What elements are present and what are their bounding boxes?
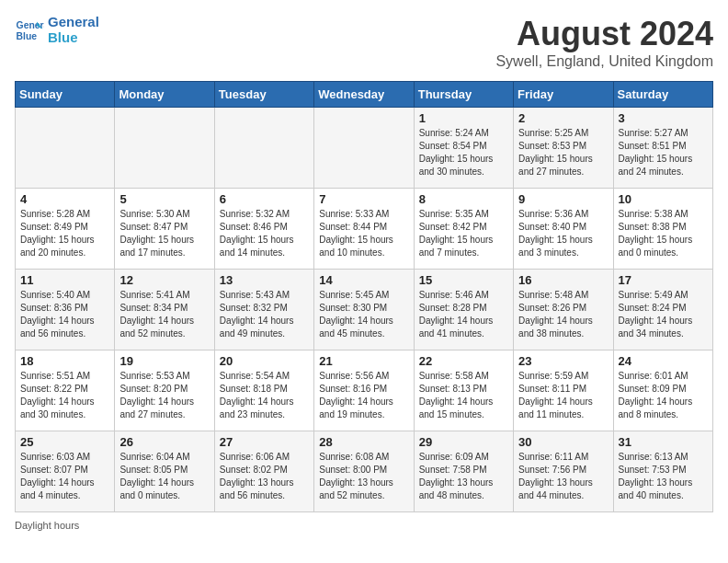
cell-content: Sunrise: 5:43 AM Sunset: 8:32 PM Dayligh… xyxy=(220,289,309,340)
week-row-2: 4Sunrise: 5:28 AM Sunset: 8:49 PM Daylig… xyxy=(16,189,713,270)
day-number: 1 xyxy=(419,111,508,125)
cell-content: Sunrise: 5:54 AM Sunset: 8:18 PM Dayligh… xyxy=(220,370,309,421)
day-number: 27 xyxy=(220,435,309,449)
calendar-cell: 16Sunrise: 5:48 AM Sunset: 8:26 PM Dayli… xyxy=(514,270,613,350)
day-number: 19 xyxy=(119,354,209,368)
cell-content: Sunrise: 6:13 AM Sunset: 7:53 PM Dayligh… xyxy=(619,451,708,502)
day-header-sunday: Sunday xyxy=(16,82,115,108)
day-number: 31 xyxy=(619,435,708,449)
calendar-cell xyxy=(214,108,313,189)
cell-content: Sunrise: 5:56 AM Sunset: 8:16 PM Dayligh… xyxy=(319,370,408,421)
cell-content: Sunrise: 6:08 AM Sunset: 8:00 PM Dayligh… xyxy=(319,451,408,502)
day-header-friday: Friday xyxy=(514,82,613,108)
week-row-4: 18Sunrise: 5:51 AM Sunset: 8:22 PM Dayli… xyxy=(16,350,713,431)
day-header-tuesday: Tuesday xyxy=(214,82,313,108)
calendar-cell: 14Sunrise: 5:45 AM Sunset: 8:30 PM Dayli… xyxy=(314,270,414,350)
calendar-cell xyxy=(16,108,115,189)
calendar-cell: 5Sunrise: 5:30 AM Sunset: 8:47 PM Daylig… xyxy=(115,189,214,270)
day-number: 5 xyxy=(119,192,209,206)
month-title: August 2024 xyxy=(495,15,713,53)
calendar-cell: 22Sunrise: 5:58 AM Sunset: 8:13 PM Dayli… xyxy=(414,350,513,431)
cell-content: Sunrise: 5:40 AM Sunset: 8:36 PM Dayligh… xyxy=(20,289,109,340)
day-number: 2 xyxy=(518,111,608,125)
calendar-cell xyxy=(115,108,214,189)
calendar-cell: 23Sunrise: 5:59 AM Sunset: 8:11 PM Dayli… xyxy=(514,350,613,431)
calendar-cell: 26Sunrise: 6:04 AM Sunset: 8:05 PM Dayli… xyxy=(115,431,214,512)
calendar-cell: 25Sunrise: 6:03 AM Sunset: 8:07 PM Dayli… xyxy=(16,431,115,512)
day-header-thursday: Thursday xyxy=(414,82,513,108)
day-number: 26 xyxy=(119,435,209,449)
cell-content: Sunrise: 5:38 AM Sunset: 8:38 PM Dayligh… xyxy=(619,208,708,259)
week-row-5: 25Sunrise: 6:03 AM Sunset: 8:07 PM Dayli… xyxy=(16,431,713,512)
day-number: 29 xyxy=(419,435,508,449)
day-number: 11 xyxy=(20,273,109,287)
calendar-cell: 7Sunrise: 5:33 AM Sunset: 8:44 PM Daylig… xyxy=(314,189,414,270)
day-number: 28 xyxy=(319,435,408,449)
day-number: 13 xyxy=(220,273,309,287)
cell-content: Sunrise: 5:53 AM Sunset: 8:20 PM Dayligh… xyxy=(119,370,209,421)
day-number: 12 xyxy=(119,273,209,287)
day-number: 20 xyxy=(220,354,309,368)
calendar-cell xyxy=(314,108,414,189)
calendar-cell: 6Sunrise: 5:32 AM Sunset: 8:46 PM Daylig… xyxy=(214,189,313,270)
cell-content: Sunrise: 5:58 AM Sunset: 8:13 PM Dayligh… xyxy=(419,370,508,421)
cell-content: Sunrise: 5:32 AM Sunset: 8:46 PM Dayligh… xyxy=(220,208,309,259)
day-number: 4 xyxy=(20,192,109,206)
day-number: 18 xyxy=(20,354,109,368)
day-number: 8 xyxy=(419,192,508,206)
cell-content: Sunrise: 5:28 AM Sunset: 8:49 PM Dayligh… xyxy=(20,208,109,259)
cell-content: Sunrise: 5:51 AM Sunset: 8:22 PM Dayligh… xyxy=(20,370,109,421)
cell-content: Sunrise: 6:06 AM Sunset: 8:02 PM Dayligh… xyxy=(220,451,309,502)
cell-content: Sunrise: 5:30 AM Sunset: 8:47 PM Dayligh… xyxy=(119,208,209,259)
day-number: 22 xyxy=(419,354,508,368)
logo-blue: Blue xyxy=(48,30,99,46)
day-number: 3 xyxy=(619,111,708,125)
day-number: 6 xyxy=(220,192,309,206)
day-number: 9 xyxy=(518,192,608,206)
cell-content: Sunrise: 5:35 AM Sunset: 8:42 PM Dayligh… xyxy=(419,208,508,259)
cell-content: Sunrise: 5:33 AM Sunset: 8:44 PM Dayligh… xyxy=(319,208,408,259)
day-number: 30 xyxy=(518,435,608,449)
cell-content: Sunrise: 5:25 AM Sunset: 8:53 PM Dayligh… xyxy=(518,127,608,178)
day-number: 25 xyxy=(20,435,109,449)
daylight-label: Daylight hours xyxy=(15,520,79,531)
cell-content: Sunrise: 6:04 AM Sunset: 8:05 PM Dayligh… xyxy=(119,451,209,502)
cell-content: Sunrise: 5:27 AM Sunset: 8:51 PM Dayligh… xyxy=(619,127,708,178)
calendar-cell: 8Sunrise: 5:35 AM Sunset: 8:42 PM Daylig… xyxy=(414,189,513,270)
cell-content: Sunrise: 5:48 AM Sunset: 8:26 PM Dayligh… xyxy=(518,289,608,340)
day-number: 23 xyxy=(518,354,608,368)
calendar-cell: 31Sunrise: 6:13 AM Sunset: 7:53 PM Dayli… xyxy=(613,431,712,512)
logo: General Blue General Blue xyxy=(15,15,99,45)
cell-content: Sunrise: 5:41 AM Sunset: 8:34 PM Dayligh… xyxy=(119,289,209,340)
calendar-cell: 21Sunrise: 5:56 AM Sunset: 8:16 PM Dayli… xyxy=(314,350,414,431)
calendar-cell: 29Sunrise: 6:09 AM Sunset: 7:58 PM Dayli… xyxy=(414,431,513,512)
day-number: 16 xyxy=(518,273,608,287)
cell-content: Sunrise: 5:46 AM Sunset: 8:28 PM Dayligh… xyxy=(419,289,508,340)
calendar-cell: 3Sunrise: 5:27 AM Sunset: 8:51 PM Daylig… xyxy=(613,108,712,189)
logo-general: General xyxy=(48,15,99,30)
calendar-cell: 30Sunrise: 6:11 AM Sunset: 7:56 PM Dayli… xyxy=(514,431,613,512)
cell-content: Sunrise: 5:49 AM Sunset: 8:24 PM Dayligh… xyxy=(619,289,708,340)
calendar-cell: 18Sunrise: 5:51 AM Sunset: 8:22 PM Dayli… xyxy=(16,350,115,431)
cell-content: Sunrise: 6:03 AM Sunset: 8:07 PM Dayligh… xyxy=(20,451,109,502)
day-header-saturday: Saturday xyxy=(613,82,712,108)
week-row-1: 1Sunrise: 5:24 AM Sunset: 8:54 PM Daylig… xyxy=(16,108,713,189)
calendar-cell: 19Sunrise: 5:53 AM Sunset: 8:20 PM Dayli… xyxy=(115,350,214,431)
calendar-cell: 10Sunrise: 5:38 AM Sunset: 8:38 PM Dayli… xyxy=(613,189,712,270)
calendar-cell: 27Sunrise: 6:06 AM Sunset: 8:02 PM Dayli… xyxy=(214,431,313,512)
svg-text:Blue: Blue xyxy=(17,30,38,40)
calendar-cell: 17Sunrise: 5:49 AM Sunset: 8:24 PM Dayli… xyxy=(613,270,712,350)
calendar-cell: 15Sunrise: 5:46 AM Sunset: 8:28 PM Dayli… xyxy=(414,270,513,350)
day-number: 24 xyxy=(619,354,708,368)
title-block: August 2024 Sywell, England, United King… xyxy=(495,15,713,70)
calendar-table: SundayMondayTuesdayWednesdayThursdayFrid… xyxy=(15,81,713,512)
calendar-cell: 2Sunrise: 5:25 AM Sunset: 8:53 PM Daylig… xyxy=(514,108,613,189)
cell-content: Sunrise: 5:45 AM Sunset: 8:30 PM Dayligh… xyxy=(319,289,408,340)
day-number: 7 xyxy=(319,192,408,206)
cell-content: Sunrise: 5:59 AM Sunset: 8:11 PM Dayligh… xyxy=(518,370,608,421)
cell-content: Sunrise: 5:36 AM Sunset: 8:40 PM Dayligh… xyxy=(518,208,608,259)
calendar-cell: 11Sunrise: 5:40 AM Sunset: 8:36 PM Dayli… xyxy=(16,270,115,350)
day-number: 14 xyxy=(319,273,408,287)
cell-content: Sunrise: 6:11 AM Sunset: 7:56 PM Dayligh… xyxy=(518,451,608,502)
page-header: General Blue General Blue August 2024 Sy… xyxy=(15,15,713,70)
